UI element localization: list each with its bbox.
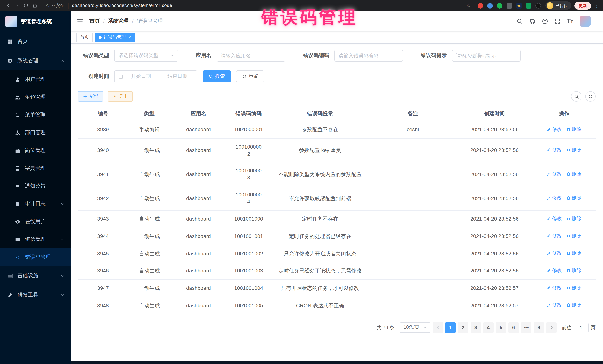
hamburger-icon[interactable]	[76, 18, 83, 25]
chevron-down-icon	[60, 237, 65, 242]
breadcrumb-system[interactable]: 系统管理	[108, 18, 129, 24]
address-bar[interactable]: dashboard.yudao.iocoder.cn/system/error-…	[72, 3, 172, 8]
sidebar-item-label: 角色管理	[25, 94, 46, 100]
sidebar-item-首页[interactable]: 首页	[0, 32, 70, 51]
sidebar-item-错误码管理[interactable]: 错误码管理	[0, 248, 70, 266]
sidebar-item-用户管理[interactable]: 用户管理	[0, 70, 70, 88]
font-size-icon[interactable]: TT	[565, 16, 575, 26]
sidebar-item-基础设施[interactable]: 基础设施	[0, 266, 70, 286]
edit-link[interactable]: 修改	[547, 126, 562, 132]
sidebar-item-label: 菜单管理	[25, 111, 46, 118]
more-pages-button[interactable]: •••	[521, 322, 531, 333]
delete-link[interactable]: 删除	[566, 126, 581, 132]
delete-link[interactable]: 删除	[566, 147, 581, 153]
page-button-2[interactable]: 2	[458, 322, 468, 333]
extension-icon[interactable]	[497, 3, 502, 8]
sidebar-item-通知公告[interactable]: 通知公告	[0, 177, 70, 195]
page-button-3[interactable]: 3	[471, 322, 481, 333]
edit-link[interactable]: 修改	[547, 285, 562, 291]
edit-link[interactable]: 修改	[547, 195, 562, 201]
reset-button[interactable]: 重置	[236, 70, 264, 82]
page-size-select[interactable]: 10条/页	[399, 322, 430, 333]
bookmark-star-icon[interactable]: ☆	[464, 3, 473, 9]
user-avatar[interactable]	[580, 16, 591, 27]
error-msg-input[interactable]	[456, 53, 517, 58]
tab-首页[interactable]: 首页	[76, 33, 93, 42]
extension-icon[interactable]	[507, 3, 512, 8]
sidebar-item-系统管理[interactable]: 系统管理	[0, 51, 70, 70]
profile-chip[interactable]: 已暂停	[545, 1, 571, 10]
page-button-4[interactable]: 4	[483, 322, 494, 333]
delete-link[interactable]: 删除	[566, 285, 581, 291]
delete-link[interactable]: 删除	[566, 232, 581, 239]
extension-icon[interactable]	[487, 3, 493, 8]
error-code-input[interactable]	[338, 53, 399, 58]
sidebar-item-研发工具[interactable]: 研发工具	[0, 286, 70, 305]
cell-msg: 定时任务不存在	[271, 210, 369, 228]
cell-type: 自动生成	[128, 186, 171, 210]
app-name-input[interactable]	[221, 53, 281, 58]
edit-link[interactable]: 修改	[547, 232, 562, 239]
cell-actions: 修改删除	[533, 186, 596, 210]
edit-link[interactable]: 修改	[547, 215, 562, 222]
forward-icon[interactable]	[13, 1, 22, 10]
delete-link[interactable]: 删除	[566, 215, 581, 222]
tab-错误码管理[interactable]: 错误码管理×	[95, 33, 135, 42]
back-icon[interactable]	[4, 1, 13, 10]
toggle-search-button[interactable]	[571, 91, 581, 101]
page-button-5[interactable]: 5	[496, 322, 506, 333]
delete-link[interactable]: 删除	[566, 171, 581, 177]
delete-link[interactable]: 删除	[566, 302, 581, 309]
search-icon[interactable]	[514, 16, 525, 26]
sidebar-item-在线用户[interactable]: 在线用户	[0, 213, 70, 231]
search-button[interactable]: 搜索	[203, 70, 231, 82]
error-type-select[interactable]: 请选择错误码类型	[114, 50, 178, 62]
calendar-icon	[118, 74, 124, 79]
chevron-down-icon[interactable]	[593, 19, 597, 23]
delete-link[interactable]: 删除	[566, 195, 581, 201]
sidebar-item-短信管理[interactable]: 短信管理	[0, 231, 70, 248]
edit-link[interactable]: 修改	[547, 267, 562, 274]
site-security-chip[interactable]: ⚠ 不安全	[45, 2, 65, 9]
menu-tree-icon	[15, 112, 20, 118]
cell-actions: 修改删除	[533, 279, 596, 297]
browser-update-button[interactable]: 更新	[574, 2, 591, 10]
add-button[interactable]: 新增	[78, 91, 103, 101]
extension-icon[interactable]: on	[516, 3, 522, 8]
browser-menu-icon[interactable]: ⋮	[594, 3, 599, 9]
edit-link[interactable]: 修改	[547, 302, 562, 309]
sidebar-item-部门管理[interactable]: 部门管理	[0, 124, 70, 142]
sidebar-item-角色管理[interactable]: 角色管理	[0, 88, 70, 106]
github-icon[interactable]	[527, 16, 537, 26]
export-button[interactable]: 导出	[108, 91, 133, 101]
delete-link[interactable]: 删除	[566, 250, 581, 256]
page-button-8[interactable]: 8	[533, 322, 544, 333]
sidebar-item-字典管理[interactable]: 字典管理	[0, 159, 70, 177]
goto-page-input[interactable]	[574, 323, 589, 332]
sidebar-item-岗位管理[interactable]: 岗位管理	[0, 142, 70, 159]
edit-link[interactable]: 修改	[547, 171, 562, 177]
breadcrumb-home[interactable]: 首页	[89, 18, 100, 24]
refresh-table-button[interactable]	[585, 91, 596, 101]
extensions-pin-icon[interactable]	[535, 3, 541, 8]
delete-link[interactable]: 删除	[566, 267, 581, 274]
home-icon[interactable]	[30, 1, 39, 10]
help-icon[interactable]	[540, 16, 550, 26]
cell-type: 自动生成	[128, 228, 171, 245]
reload-icon[interactable]	[22, 1, 30, 10]
extension-icon[interactable]	[526, 3, 531, 8]
extension-icon[interactable]	[477, 3, 483, 8]
page-button-6[interactable]: 6	[508, 322, 519, 333]
app-logo[interactable]: 芋道管理系统	[0, 11, 70, 32]
edit-icon	[547, 286, 551, 290]
next-page-button[interactable]	[546, 322, 557, 333]
sidebar-item-审计日志[interactable]: 审计日志	[0, 195, 70, 213]
page-button-1[interactable]: 1	[445, 322, 456, 333]
date-range-picker[interactable]: 开始日期 - 结束日期	[114, 70, 197, 82]
close-icon[interactable]: ×	[128, 35, 131, 40]
sidebar-item-菜单管理[interactable]: 菜单管理	[0, 106, 70, 124]
prev-page-button[interactable]	[433, 322, 443, 333]
fullscreen-icon[interactable]	[552, 16, 563, 26]
edit-link[interactable]: 修改	[547, 250, 562, 256]
edit-link[interactable]: 修改	[547, 147, 562, 153]
